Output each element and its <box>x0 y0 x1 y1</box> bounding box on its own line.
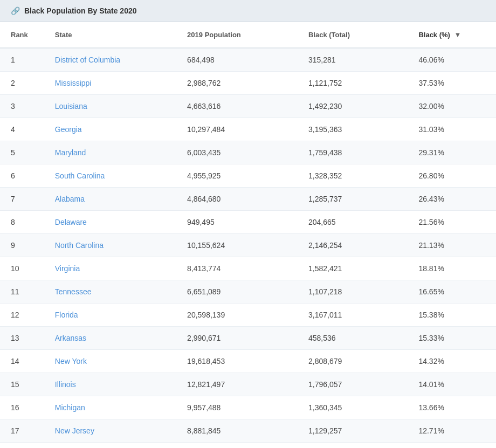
state-link[interactable]: Mississippi <box>55 79 92 87</box>
table-header-row: Rank State 2019 Population Black (Total)… <box>0 22 496 48</box>
cell-rank: 9 <box>0 234 44 257</box>
cell-state[interactable]: Alabama <box>44 188 176 211</box>
cell-population: 684,498 <box>176 48 298 72</box>
cell-state[interactable]: New Jersey <box>44 419 176 443</box>
cell-state[interactable]: Virginia <box>44 257 176 280</box>
col-header-state: State <box>44 22 176 48</box>
cell-black-total: 1,328,352 <box>298 164 408 188</box>
col-header-rank: Rank <box>0 22 44 48</box>
cell-population: 11,641,879 <box>176 443 298 449</box>
state-link[interactable]: South Carolina <box>55 171 105 180</box>
cell-black-pct: 46.06% <box>408 48 496 72</box>
cell-rank: 11 <box>0 280 44 304</box>
cell-population: 4,955,925 <box>176 164 298 188</box>
data-table: Rank State 2019 Population Black (Total)… <box>0 22 496 448</box>
cell-state[interactable]: Arkansas <box>44 327 176 350</box>
cell-state[interactable]: Maryland <box>44 141 176 164</box>
cell-black-pct: 12.71% <box>408 419 496 443</box>
cell-state[interactable]: Michigan <box>44 396 176 419</box>
cell-black-total: 3,167,011 <box>298 304 408 327</box>
cell-population: 9,957,488 <box>176 396 298 419</box>
cell-black-pct: 18.81% <box>408 257 496 280</box>
cell-black-pct: 31.03% <box>408 118 496 141</box>
cell-population: 10,155,624 <box>176 234 298 257</box>
table-row: 11Tennessee6,651,0891,107,21816.65% <box>0 280 496 304</box>
cell-black-total: 1,582,421 <box>298 257 408 280</box>
state-link[interactable]: District of Columbia <box>55 56 120 64</box>
cell-state[interactable]: Delaware <box>44 211 176 234</box>
table-row: 4Georgia10,297,4843,195,36331.03% <box>0 118 496 141</box>
cell-population: 6,651,089 <box>176 280 298 304</box>
table-row: 3Louisiana4,663,6161,492,23032.00% <box>0 95 496 118</box>
cell-population: 4,663,616 <box>176 95 298 118</box>
state-link[interactable]: Arkansas <box>55 334 86 342</box>
cell-rank: 4 <box>0 118 44 141</box>
cell-black-pct: 26.80% <box>408 164 496 188</box>
cell-black-total: 458,536 <box>298 327 408 350</box>
cell-state[interactable]: Ohio <box>44 443 176 449</box>
cell-black-total: 2,146,254 <box>298 234 408 257</box>
cell-rank: 7 <box>0 188 44 211</box>
cell-population: 2,988,762 <box>176 72 298 95</box>
cell-rank: 16 <box>0 396 44 419</box>
cell-population: 4,864,680 <box>176 188 298 211</box>
cell-rank: 14 <box>0 350 44 373</box>
cell-state[interactable]: Illinois <box>44 373 176 396</box>
state-link[interactable]: Louisiana <box>55 102 87 111</box>
cell-black-pct: 26.43% <box>408 188 496 211</box>
table-row: 14New York19,618,4532,808,67914.32% <box>0 350 496 373</box>
cell-black-total: 1,107,218 <box>298 280 408 304</box>
title-bar: 🔗 Black Population By State 2020 <box>0 0 496 22</box>
table-row: 9North Carolina10,155,6242,146,25421.13% <box>0 234 496 257</box>
cell-population: 19,618,453 <box>176 350 298 373</box>
table-row: 17New Jersey8,881,8451,129,25712.71% <box>0 419 496 443</box>
cell-black-total: 1,360,345 <box>298 396 408 419</box>
state-link[interactable]: Georgia <box>55 125 82 134</box>
table-row: 10Virginia8,413,7741,582,42118.81% <box>0 257 496 280</box>
cell-black-total: 1,121,752 <box>298 72 408 95</box>
cell-rank: 3 <box>0 95 44 118</box>
table-row: 12Florida20,598,1393,167,01115.38% <box>0 304 496 327</box>
cell-state[interactable]: Florida <box>44 304 176 327</box>
cell-state[interactable]: Georgia <box>44 118 176 141</box>
cell-black-pct: 37.53% <box>408 72 496 95</box>
cell-state[interactable]: Mississippi <box>44 72 176 95</box>
cell-rank: 12 <box>0 304 44 327</box>
col-header-black-pct[interactable]: Black (%) ▼ <box>408 22 496 48</box>
cell-black-pct: 32.00% <box>408 95 496 118</box>
cell-population: 949,495 <box>176 211 298 234</box>
cell-state[interactable]: South Carolina <box>44 164 176 188</box>
cell-black-total: 3,195,363 <box>298 118 408 141</box>
cell-black-total: 1,418,048 <box>298 443 408 449</box>
state-link[interactable]: Florida <box>55 311 78 319</box>
cell-state[interactable]: Louisiana <box>44 95 176 118</box>
cell-black-pct: 21.13% <box>408 234 496 257</box>
cell-rank: 18 <box>0 443 44 449</box>
state-link[interactable]: Michigan <box>55 403 85 412</box>
table-row: 18Ohio11,641,8791,418,04812.18% <box>0 443 496 449</box>
table-row: 8Delaware949,495204,66521.56% <box>0 211 496 234</box>
cell-black-pct: 14.32% <box>408 350 496 373</box>
col-header-black-total: Black (Total) <box>298 22 408 48</box>
page-title: Black Population By State 2020 <box>24 6 137 15</box>
cell-state[interactable]: Tennessee <box>44 280 176 304</box>
cell-state[interactable]: North Carolina <box>44 234 176 257</box>
state-link[interactable]: Illinois <box>55 380 76 389</box>
state-link[interactable]: Maryland <box>55 148 86 157</box>
state-link[interactable]: New York <box>55 357 87 366</box>
state-link[interactable]: Alabama <box>55 195 85 203</box>
state-link[interactable]: Virginia <box>55 264 80 273</box>
cell-black-pct: 13.66% <box>408 396 496 419</box>
cell-rank: 8 <box>0 211 44 234</box>
cell-state[interactable]: District of Columbia <box>44 48 176 72</box>
table-row: 6South Carolina4,955,9251,328,35226.80% <box>0 164 496 188</box>
cell-state[interactable]: New York <box>44 350 176 373</box>
cell-black-total: 1,492,230 <box>298 95 408 118</box>
state-link[interactable]: Tennessee <box>55 287 92 296</box>
cell-black-total: 1,129,257 <box>298 419 408 443</box>
state-link[interactable]: Delaware <box>55 218 87 226</box>
state-link[interactable]: New Jersey <box>55 426 94 435</box>
table-container: Rank State 2019 Population Black (Total)… <box>0 22 496 448</box>
state-link[interactable]: North Carolina <box>55 241 104 250</box>
cell-population: 10,297,484 <box>176 118 298 141</box>
